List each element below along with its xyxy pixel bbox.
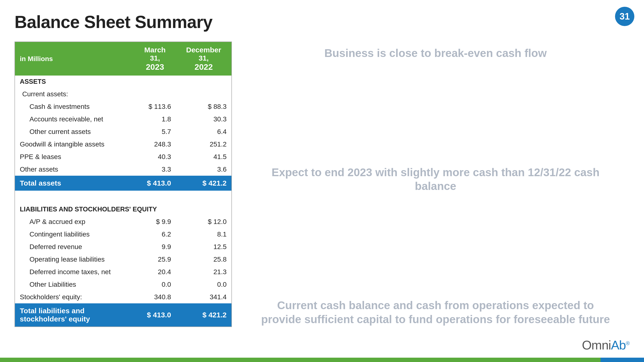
content-area: in Millions March 31, 2023 December 31, … [14,41,630,348]
row-col2: 3.6 [176,163,232,176]
row-col1: 3.3 [134,163,176,176]
row-label: Cash & investments [15,100,134,113]
row-col1: $ 9.9 [134,216,176,228]
row-col2: 0.0 [176,278,232,291]
row-label: Stockholders' equity: [15,291,134,303]
callout-2: Expect to end 2023 with slightly more ca… [256,166,615,193]
row-col1: 0.0 [134,278,176,291]
table-row: Accounts receivable, net 1.8 30.3 [15,113,232,125]
row-col1: 9.9 [134,241,176,253]
row-col1: 248.3 [134,138,176,151]
row-label: PPE & leases [15,151,134,163]
table-section: in Millions March 31, 2023 December 31, … [14,41,232,348]
subsection-label: Current assets: [15,88,134,100]
row-label: Contingent liabilities [15,228,134,241]
total-col1: $ 413.0 [134,303,176,327]
table-row: Stockholders' equity: 340.8 341.4 [15,291,232,303]
total-row: Total liabilities and stockholders' equi… [15,303,232,327]
subsection-label-row: Current assets: [15,88,232,100]
in-millions-label: in Millions [20,55,53,62]
section-header-label: ASSETS [15,75,232,88]
row-label: Operating lease liabilities [15,253,134,266]
table-row: Deferred income taxes, net 20.4 21.3 [15,266,232,278]
row-label: Goodwill & intangible assets [15,138,134,151]
table-row: Other assets 3.3 3.6 [15,163,232,176]
logo-ab: Ab® [611,338,630,352]
total-col1: $ 413.0 [134,176,176,191]
row-col1: 340.8 [134,291,176,303]
row-col2: $ 88.3 [176,100,232,113]
table-row: Goodwill & intangible assets 248.3 251.2 [15,138,232,151]
total-col2: $ 421.2 [176,176,232,191]
section-header-row: ASSETS [15,75,232,88]
col1-date-line2: 2023 [139,62,171,72]
row-col2: 6.4 [176,125,232,138]
table-row: PPE & leases 40.3 41.5 [15,151,232,163]
row-col2: 21.3 [176,266,232,278]
page-title: Balance Sheet Summary [14,12,630,32]
page-number: 31 [620,11,630,22]
row-col2: 8.1 [176,228,232,241]
main-content: Balance Sheet Summary in Millions March … [0,0,644,358]
row-label: Other current assets [15,125,134,138]
logo-reg: ® [626,340,630,346]
col2-date-line1: December 31, [181,46,226,62]
row-col1: 40.3 [134,151,176,163]
bottom-bar-green [0,358,600,362]
row-col1: 1.8 [134,113,176,125]
row-col1: 6.2 [134,228,176,241]
row-col2: $ 12.0 [176,216,232,228]
row-col2: 41.5 [176,151,232,163]
total-row: Total assets $ 413.0 $ 421.2 [15,176,232,191]
row-col1: $ 113.6 [134,100,176,113]
logo-omni: Omni [582,338,611,352]
row-label: Deferred revenue [15,241,134,253]
row-col1: 5.7 [134,125,176,138]
total-label: Total assets [15,176,134,191]
row-col2: 251.2 [176,138,232,151]
balance-sheet-table: in Millions March 31, 2023 December 31, … [14,41,232,327]
table-header-col2: December 31, 2022 [176,42,232,75]
logo-container: OmniAb® [582,338,630,352]
table-header-row: in Millions March 31, 2023 December 31, … [15,42,232,75]
row-col2: 25.8 [176,253,232,266]
table-header-label: in Millions [15,42,134,75]
right-panel: Business is close to break-even cash flo… [251,41,630,348]
row-label: Other Liabilities [15,278,134,291]
bottom-bar [0,358,644,362]
table-row: Other current assets 5.7 6.4 [15,125,232,138]
col1-date-line1: March 31, [139,46,171,62]
table-body: ASSETS Current assets: Cash & investment… [15,75,232,327]
spacer-cell [15,191,232,203]
table-header-col1: March 31, 2023 [134,42,176,75]
callout-3: Current cash balance and cash from opera… [256,299,615,326]
row-label: Accounts receivable, net [15,113,134,125]
total-col2: $ 421.2 [176,303,232,327]
page-number-badge: 31 [615,7,634,26]
row-col2: 341.4 [176,291,232,303]
row-col2: 30.3 [176,113,232,125]
row-col1: 25.9 [134,253,176,266]
section-header-row: LIABILITIES AND STOCKHOLDERS' EQUITY [15,203,232,216]
row-label: Other assets [15,163,134,176]
row-label: A/P & accrued exp [15,216,134,228]
col2-date-line2: 2022 [181,62,226,72]
spacer-row [15,191,232,203]
row-label: Deferred income taxes, net [15,266,134,278]
table-row: Operating lease liabilities 25.9 25.8 [15,253,232,266]
table-row: Cash & investments $ 113.6 $ 88.3 [15,100,232,113]
section-header-label: LIABILITIES AND STOCKHOLDERS' EQUITY [15,203,232,216]
table-row: Deferred revenue 9.9 12.5 [15,241,232,253]
bottom-bar-blue [600,358,644,362]
table-row: A/P & accrued exp $ 9.9 $ 12.0 [15,216,232,228]
table-row: Other Liabilities 0.0 0.0 [15,278,232,291]
subsection-col2 [176,88,232,100]
omniab-logo: OmniAb® [582,338,630,352]
row-col1: 20.4 [134,266,176,278]
row-col2: 12.5 [176,241,232,253]
table-row: Contingent liabilities 6.2 8.1 [15,228,232,241]
subsection-col1 [134,88,176,100]
total-label: Total liabilities and stockholders' equi… [15,303,134,327]
callout-1: Business is close to break-even cash flo… [256,46,615,60]
